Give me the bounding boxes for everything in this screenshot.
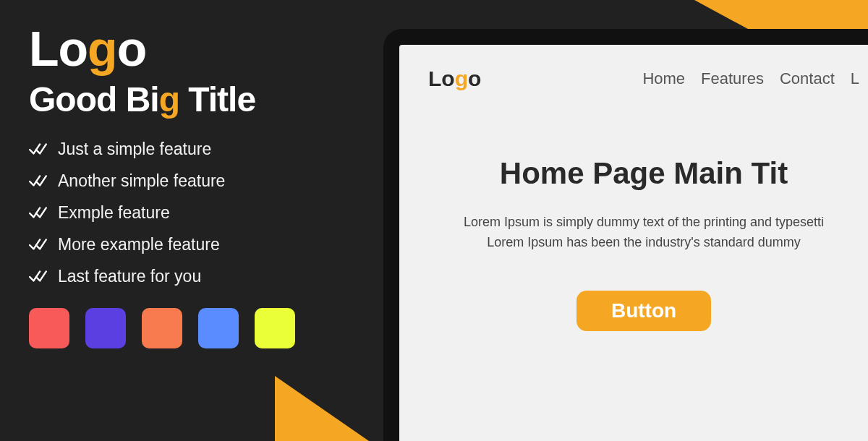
main-title: Good Big Title <box>29 80 376 119</box>
title-g: g <box>159 80 179 119</box>
left-panel: Logo Good Big Title Just a simple featur… <box>29 20 376 348</box>
mock-title: Home Page Main Tit <box>428 156 859 191</box>
color-swatch[interactable] <box>255 308 295 348</box>
feature-item: Last feature for you <box>29 267 376 286</box>
double-check-icon <box>29 174 48 189</box>
feature-list: Just a simple feature Another simple fea… <box>29 140 376 286</box>
double-check-icon <box>29 142 48 157</box>
nav-link-contact[interactable]: Contact <box>780 69 835 88</box>
double-check-icon <box>29 206 48 220</box>
feature-item: Another simple feature <box>29 171 376 191</box>
color-swatch[interactable] <box>29 308 69 348</box>
main-logo: Logo <box>29 20 376 77</box>
logo-text-g: g <box>88 21 117 76</box>
color-swatch[interactable] <box>142 308 182 348</box>
feature-label: More example feature <box>58 235 220 254</box>
accent-triangle-bottom <box>275 376 369 441</box>
title-part2: Title <box>179 80 255 119</box>
cta-button[interactable]: Button <box>576 291 711 331</box>
color-swatch[interactable] <box>198 308 239 348</box>
mock-desc-line: Lorem Ipsum is simply dummy text of the … <box>428 213 859 233</box>
color-swatches <box>29 308 376 348</box>
feature-item: Just a simple feature <box>29 140 376 159</box>
title-part1: Good Bi <box>29 80 159 119</box>
nav-link-features[interactable]: Features <box>701 69 764 88</box>
mock-logo-g: g <box>455 67 468 90</box>
color-swatch[interactable] <box>85 308 126 348</box>
feature-item: More example feature <box>29 235 376 254</box>
double-check-icon <box>29 270 48 284</box>
tablet-frame: Logo Home Features Contact L Home Page M… <box>383 29 868 441</box>
mock-description: Lorem Ipsum is simply dummy text of the … <box>428 213 859 253</box>
mock-logo-suffix: o <box>468 67 481 90</box>
tablet-screen: Logo Home Features Contact L Home Page M… <box>399 45 868 441</box>
double-check-icon <box>29 238 48 252</box>
mock-logo-prefix: Lo <box>428 67 455 90</box>
mock-hero: Home Page Main Tit Lorem Ipsum is simply… <box>428 156 859 331</box>
logo-text-prefix: Lo <box>29 21 88 76</box>
feature-label: Just a simple feature <box>58 140 211 159</box>
nav-link-home[interactable]: Home <box>642 69 685 88</box>
mock-header: Logo Home Features Contact L <box>428 67 859 91</box>
feature-label: Last feature for you <box>58 267 201 286</box>
feature-label: Another simple feature <box>58 171 225 191</box>
logo-text-suffix: o <box>117 21 147 76</box>
nav-link-partial[interactable]: L <box>851 69 859 88</box>
mock-logo: Logo <box>428 67 481 91</box>
mock-nav: Home Features Contact L <box>642 69 859 88</box>
mock-desc-line: Lorem Ipsum has been the industry's stan… <box>428 233 859 253</box>
feature-item: Exmple feature <box>29 203 376 223</box>
feature-label: Exmple feature <box>58 203 170 223</box>
